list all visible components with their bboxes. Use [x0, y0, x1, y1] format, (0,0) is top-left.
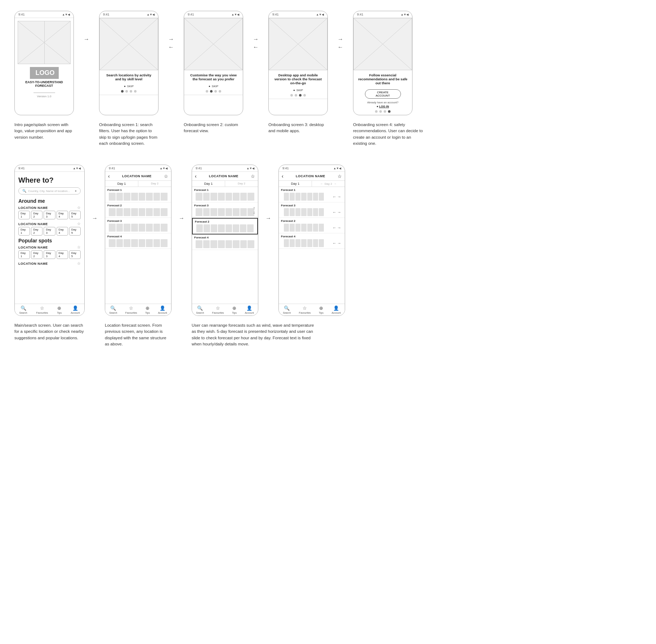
search-nav-icon: 🔍: [21, 305, 26, 311]
pop-chip-1-1[interactable]: Day 2: [31, 250, 43, 259]
day-chip-2-4[interactable]: Day 5: [69, 227, 81, 236]
around-me-title: Around me: [18, 198, 81, 204]
r2-nav-account[interactable]: 👤 Account: [331, 305, 340, 314]
r2-day-tab-1[interactable]: Day 1: [279, 181, 312, 187]
day-chip-2-3[interactable]: Day 4: [57, 227, 68, 236]
r-search-icon: 🔍: [197, 305, 203, 311]
forecast-star-icon[interactable]: ☆: [164, 174, 168, 179]
location-name-2: LOCATION NAME: [18, 222, 48, 226]
account-nav-icon: 👤: [72, 305, 78, 311]
search-phone: 9:41 ▲▼◀ Where to? 🔍 Country, City, Name…: [14, 165, 85, 316]
search-bar[interactable]: 🔍 Country, City, Name of location... ●: [18, 187, 81, 194]
r2-day-tab-2[interactable]: ← Day 2 →: [312, 181, 345, 187]
dot-0: [206, 90, 208, 93]
bcaption-search: Main/search screen. User can search for …: [14, 322, 85, 341]
top-row: 9:41 ▲▼◀ LOGO EASY-TO-UNDERSTANDFORECAST…: [14, 11, 642, 115]
day-chip-1-2[interactable]: Day 3: [44, 211, 55, 219]
star-2[interactable]: ☆: [77, 222, 81, 226]
bottom-arrow-3: →: [264, 165, 273, 222]
login-link[interactable]: LOG IN: [379, 105, 389, 108]
f-nav-search-label: Search: [109, 312, 117, 314]
star-pop-2[interactable]: ☆: [77, 261, 81, 266]
pop-chip-1-0[interactable]: Day 1: [18, 250, 30, 259]
forecast-label-1: Forecast 1: [107, 188, 169, 192]
star-pop-1[interactable]: ☆: [77, 245, 81, 250]
f-nav-account[interactable]: 👤 Account: [158, 305, 167, 314]
pop-chip-1-4[interactable]: Day 5: [69, 250, 81, 259]
rearrange-time: 9:41: [196, 166, 202, 170]
nav-tips[interactable]: ⊕ Tips: [57, 305, 62, 314]
rearrange2-header: ‹ LOCATION NAME ☆: [279, 172, 345, 181]
nav-account[interactable]: 👤 Account: [71, 305, 80, 314]
r-nav-account-label: Account: [245, 312, 254, 314]
create-account-button[interactable]: CREATE ACCOUNT: [365, 89, 401, 99]
r-day-tab-1[interactable]: Day 1: [192, 181, 225, 187]
r2-forecast-label-2: Forecast 2: [281, 219, 343, 223]
day-chip-1-4[interactable]: Day 5: [69, 211, 81, 219]
caption-onboard1: Onboarding screen 1: search filters. Use…: [99, 122, 159, 147]
nav-search[interactable]: 🔍 Search: [19, 305, 27, 314]
onboard2-status-bar: 9:41 ▲▼◀: [184, 11, 243, 18]
onboard4-icons: ▲▼◀: [401, 13, 409, 16]
day-chip-1-3[interactable]: Day 4: [57, 211, 68, 219]
day-chip-1-1[interactable]: Day 2: [31, 211, 43, 219]
splash-status-icons: ▲▼◀: [62, 13, 70, 16]
f-fav-icon: ☆: [129, 305, 133, 311]
search-icons: ▲▼◀: [73, 167, 81, 170]
day-chip-1-0[interactable]: Day 1: [18, 211, 30, 219]
forecast-grid-4: [107, 239, 169, 247]
r-nav-account[interactable]: 👤 Account: [245, 305, 254, 314]
onboard3-skip[interactable]: ● SKIP: [269, 89, 327, 92]
pop-chip-1-3[interactable]: Day 4: [57, 250, 68, 259]
r2-nav-tips[interactable]: ⊕ Tips: [319, 305, 323, 314]
day-chip-2-1[interactable]: Day 2: [31, 227, 43, 236]
dot-3: [219, 90, 221, 93]
onboard1-skip[interactable]: ● SKIP: [99, 85, 158, 88]
day-tab-2[interactable]: Day 2: [138, 181, 171, 187]
caption-onboard4: Onboarding screen 4: safety recommendati…: [353, 122, 425, 147]
fav-nav-icon: ☆: [40, 305, 44, 311]
day-chip-2-2[interactable]: Day 3: [44, 227, 55, 236]
r2-nav-fav[interactable]: ☆ Favourites: [299, 305, 311, 314]
onboard2-skip[interactable]: ● SKIP: [184, 85, 243, 88]
pop-chip-1-2[interactable]: Day 3: [44, 250, 55, 259]
nav-favourites[interactable]: ☆ Favourites: [36, 305, 48, 314]
splash-status-bar: 9:41 ▲▼◀: [15, 11, 73, 18]
forecast-icons: ▲▼◀: [160, 167, 168, 170]
day-chip-2-0[interactable]: Day 1: [18, 227, 30, 236]
rearrange2-star-icon[interactable]: ☆: [338, 174, 342, 179]
f-nav-fav-label: Favourites: [125, 312, 137, 314]
dot-0: [121, 90, 124, 93]
r-forecast-section-4: Forecast 4: [192, 234, 258, 250]
onboard3-dots: [269, 94, 327, 97]
onboard3-skip-label: SKIP: [296, 89, 303, 92]
h-scroll-arrows-2: ← →: [333, 225, 341, 230]
r-forecast-label-1: Forecast 1: [194, 188, 256, 192]
bottom-captions: Main/search screen. User can search for …: [14, 322, 642, 347]
r2-nav-search[interactable]: 🔍 Search: [283, 305, 291, 314]
r-nav-search[interactable]: 🔍 Search: [196, 305, 204, 314]
f-nav-fav[interactable]: ☆ Favourites: [125, 305, 137, 314]
rearrange-day-tabs: Day 1 Day 2: [192, 181, 258, 187]
f-nav-account-label: Account: [158, 312, 167, 314]
onboard3-image: [269, 18, 327, 70]
r-day-tab-2[interactable]: Day 2: [225, 181, 258, 187]
rearrange2-location: LOCATION NAME: [284, 174, 338, 178]
star-1[interactable]: ☆: [77, 205, 81, 210]
onboard3-phone-wrapper: 9:41 ▲▼◀ Desktop app and mobile version …: [268, 11, 328, 115]
dot-3: [134, 90, 137, 93]
day-chips-2: Day 1 Day 2 Day 3 Day 4 Day 5: [18, 227, 81, 236]
day-tab-1[interactable]: Day 1: [105, 181, 138, 187]
forecast-phone-wrapper: 9:41 ▲▼◀ ‹ LOCATION NAME ☆ Day 1 Day 2 F…: [105, 165, 171, 316]
f-nav-tips[interactable]: ⊕ Tips: [145, 305, 150, 314]
f-nav-search[interactable]: 🔍 Search: [109, 305, 117, 314]
r-nav-fav-label: Favourites: [212, 312, 224, 314]
bottom-arrow-1: →: [90, 165, 99, 222]
rearrange2-day-tabs: Day 1 ← Day 2 →: [279, 181, 345, 187]
r-forecast-section-3: Forecast 3 ↑ ↓: [192, 202, 258, 218]
r-nav-tips[interactable]: ⊕ Tips: [232, 305, 237, 314]
popular-name-2: LOCATION NAME: [18, 262, 48, 265]
rearrange-star-icon[interactable]: ☆: [251, 174, 255, 179]
r-nav-fav[interactable]: ☆ Favourites: [212, 305, 224, 314]
forecast-grid-3: [107, 224, 169, 232]
